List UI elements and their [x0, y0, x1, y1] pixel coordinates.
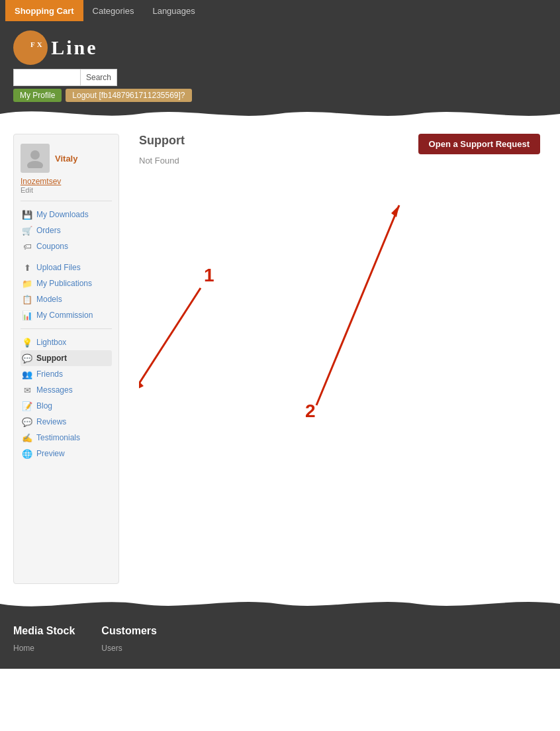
- sidebar-item-orders[interactable]: 🛒 Orders: [21, 222, 112, 238]
- svg-point-0: [30, 150, 40, 160]
- commission-icon: 📊: [22, 310, 32, 320]
- footer-media-stock-title: Media Stock: [13, 625, 75, 637]
- sidebar-link-orders[interactable]: Orders: [36, 226, 61, 235]
- profile-bar: My Profile Logout [fb1487961711235569]?: [0, 86, 560, 106]
- sidebar-item-lightbox[interactable]: 💡 Lightbox: [21, 334, 112, 350]
- annotation-label-2: 2: [305, 401, 316, 421]
- header-wavy-bottom: [0, 106, 560, 121]
- open-support-request-button[interactable]: Open a Support Request: [418, 134, 540, 154]
- search-box-container: Search: [13, 69, 117, 86]
- svg-marker-5: [391, 205, 399, 217]
- messages-icon: ✉: [22, 385, 32, 395]
- friends-icon: 👥: [22, 369, 32, 379]
- sidebar-link-coupons[interactable]: Coupons: [36, 242, 68, 251]
- sidebar-link-models[interactable]: Models: [36, 295, 62, 304]
- sidebar-fullname[interactable]: Inozemtsev: [21, 177, 112, 186]
- sidebar-item-models[interactable]: 📋 Models: [21, 291, 112, 307]
- lightbox-icon: 💡: [22, 337, 32, 348]
- sidebar-item-upload-files[interactable]: ⬆ Upload Files: [21, 260, 112, 275]
- sidebar-item-support[interactable]: 💬 Support: [21, 350, 112, 366]
- categories-nav[interactable]: Categories: [83, 2, 144, 20]
- search-input[interactable]: [14, 70, 80, 85]
- sidebar-divider-2: [21, 328, 112, 329]
- sidebar-link-lightbox[interactable]: Lightbox: [36, 338, 66, 347]
- avatar: [21, 144, 50, 173]
- search-bar: Search: [0, 65, 560, 86]
- languages-nav[interactable]: Languages: [143, 2, 204, 20]
- publications-icon: 📁: [22, 278, 32, 289]
- blog-icon: 📝: [22, 401, 32, 411]
- upload-icon: ⬆: [22, 262, 32, 273]
- main-panel: Support Open a Support Request Not Found…: [132, 134, 547, 584]
- logout-button[interactable]: Logout [fb1487961711235569]?: [66, 89, 191, 102]
- orders-icon: 🛒: [22, 225, 32, 236]
- footer-col-media-stock: Media Stock Home: [13, 625, 75, 656]
- shopping-cart-nav[interactable]: Shopping Cart: [5, 0, 83, 21]
- sidebar-item-messages[interactable]: ✉ Messages: [21, 382, 112, 398]
- sidebar-item-blog[interactable]: 📝 Blog: [21, 398, 112, 414]
- coupons-icon: 🏷: [22, 241, 32, 252]
- arrows-svg: 1 2: [139, 166, 540, 497]
- sidebar: Vitaly Inozemtsev Edit 💾 My Downloads 🛒 …: [13, 134, 119, 584]
- sidebar-link-reviews[interactable]: Reviews: [36, 417, 66, 426]
- sidebar-link-preview[interactable]: Preview: [36, 449, 65, 458]
- sidebar-item-reviews[interactable]: 💬 Reviews: [21, 414, 112, 430]
- svg-line-4: [316, 205, 399, 405]
- sidebar-link-messages[interactable]: Messages: [36, 385, 73, 395]
- sidebar-item-testimonials[interactable]: ✍ Testimonials: [21, 430, 112, 446]
- testimonials-icon: ✍: [22, 432, 32, 443]
- sidebar-item-my-publications[interactable]: 📁 My Publications: [21, 275, 112, 291]
- svg-marker-3: [139, 381, 144, 391]
- sidebar-link-my-downloads[interactable]: My Downloads: [36, 210, 89, 219]
- sidebar-link-friends[interactable]: Friends: [36, 369, 63, 379]
- reviews-icon: 💬: [22, 416, 32, 427]
- sidebar-edit-link[interactable]: Edit: [21, 186, 112, 194]
- sidebar-item-my-commission[interactable]: 📊 My Commission: [21, 307, 112, 323]
- sidebar-item-friends[interactable]: 👥 Friends: [21, 366, 112, 382]
- sidebar-link-support[interactable]: Support: [36, 354, 67, 363]
- support-icon: 💬: [22, 353, 32, 364]
- footer-link-home[interactable]: Home: [13, 644, 75, 653]
- logo-fx: FX: [30, 40, 44, 48]
- sidebar-link-upload-files[interactable]: Upload Files: [36, 263, 81, 272]
- page-title: Support: [139, 134, 185, 148]
- models-icon: 📋: [22, 294, 32, 305]
- sidebar-user-section: Vitaly: [21, 144, 112, 173]
- sidebar-link-blog[interactable]: Blog: [36, 401, 52, 411]
- sidebar-item-my-downloads[interactable]: 💾 My Downloads: [21, 207, 112, 222]
- svg-line-2: [139, 288, 201, 391]
- annotation-label-1: 1: [204, 265, 214, 285]
- search-button[interactable]: Search: [80, 70, 117, 85]
- sidebar-divider-1: [21, 201, 112, 201]
- footer-wavy-top: [0, 597, 560, 612]
- footer-link-users[interactable]: Users: [101, 644, 157, 653]
- logo-text: FX Line: [30, 36, 98, 59]
- sidebar-username[interactable]: Vitaly: [55, 154, 77, 164]
- sidebar-item-preview[interactable]: 🌐 Preview: [21, 446, 112, 462]
- preview-icon: 🌐: [22, 448, 32, 459]
- sidebar-link-testimonials[interactable]: Testimonials: [36, 433, 80, 442]
- sidebar-item-coupons[interactable]: 🏷 Coupons: [21, 238, 112, 254]
- sidebar-link-my-publications[interactable]: My Publications: [36, 279, 92, 288]
- top-navigation: Shopping Cart Categories Languages: [0, 0, 560, 21]
- svg-point-1: [27, 161, 43, 168]
- site-header: FX Line Search My Profile Logout [fb1487…: [0, 21, 560, 121]
- footer-col-customers: Customers Users: [101, 625, 157, 656]
- not-found-text: Not Found: [139, 156, 540, 166]
- logo-main: Line: [51, 36, 97, 58]
- logo: FX Line: [13, 30, 98, 65]
- annotation-layer: 1 2: [139, 166, 540, 497]
- sidebar-link-my-commission[interactable]: My Commission: [36, 311, 93, 320]
- my-profile-button[interactable]: My Profile: [13, 89, 62, 102]
- footer-customers-title: Customers: [101, 625, 157, 637]
- downloads-icon: 💾: [22, 209, 32, 220]
- footer: Media Stock Home Customers Users: [0, 612, 560, 669]
- main-content: Vitaly Inozemtsev Edit 💾 My Downloads 🛒 …: [0, 121, 560, 597]
